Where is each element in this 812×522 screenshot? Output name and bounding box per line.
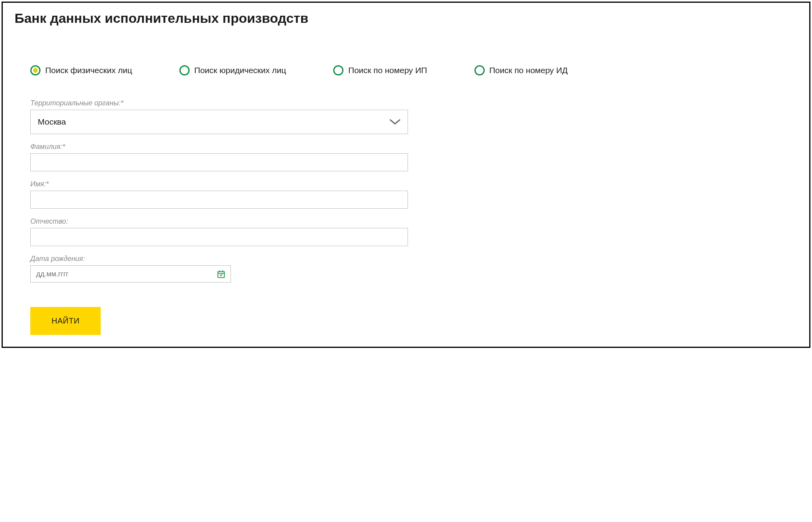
- territory-select[interactable]: Москва: [30, 110, 408, 134]
- radio-id-number[interactable]: Поиск по номеру ИД: [474, 65, 568, 75]
- radio-label: Поиск по номеру ИП: [348, 66, 427, 75]
- patronymic-input[interactable]: [30, 228, 408, 246]
- field-patronymic: Отчество:: [30, 217, 408, 246]
- field-surname: Фамилия:*: [30, 143, 408, 171]
- radio-unselected-icon: [333, 65, 343, 75]
- birthdate-label: Дата рождения:: [30, 255, 408, 263]
- radio-ip-number[interactable]: Поиск по номеру ИП: [333, 65, 427, 75]
- surname-input[interactable]: [30, 153, 408, 171]
- radio-legal-entities[interactable]: Поиск юридических лиц: [179, 65, 286, 75]
- patronymic-label: Отчество:: [30, 217, 408, 226]
- field-territory: Территориальные органы:* Москва: [30, 99, 408, 134]
- page-title: Банк данных исполнительных производств: [15, 11, 797, 26]
- territory-label: Территориальные органы:*: [30, 99, 408, 107]
- chevron-down-icon: [389, 119, 400, 125]
- firstname-label: Имя:*: [30, 180, 408, 188]
- firstname-input[interactable]: [30, 191, 408, 209]
- birthdate-wrap: [30, 265, 231, 283]
- radio-unselected-icon: [179, 65, 190, 75]
- search-type-radios: Поиск физических лиц Поиск юридических л…: [15, 65, 797, 75]
- territory-value: Москва: [38, 117, 389, 127]
- field-birthdate: Дата рождения:: [30, 255, 408, 283]
- radio-label: Поиск юридических лиц: [194, 66, 286, 75]
- radio-label: Поиск по номеру ИД: [489, 66, 568, 75]
- birthdate-input[interactable]: [30, 265, 231, 283]
- radio-selected-icon: [30, 65, 41, 75]
- page-container: Банк данных исполнительных производств П…: [2, 2, 810, 348]
- radio-unselected-icon: [474, 65, 485, 75]
- field-firstname: Имя:*: [30, 180, 408, 209]
- radio-label: Поиск физических лиц: [45, 66, 132, 75]
- search-form: Территориальные органы:* Москва Фамилия:…: [15, 99, 408, 335]
- surname-label: Фамилия:*: [30, 143, 408, 151]
- radio-physical-persons[interactable]: Поиск физических лиц: [30, 65, 132, 75]
- search-button[interactable]: НАЙТИ: [30, 307, 101, 335]
